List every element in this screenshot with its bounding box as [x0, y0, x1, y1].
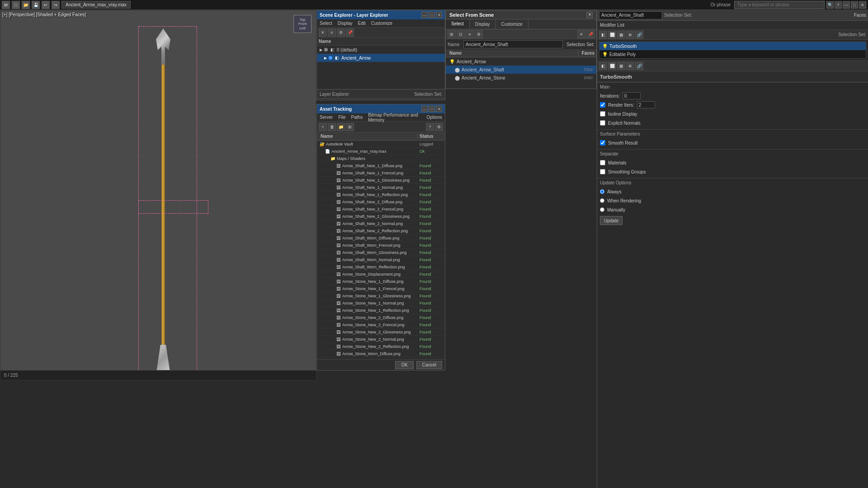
viewport-icon-3[interactable]: ▦ [617, 62, 625, 70]
modifier-item-editable-poly[interactable]: 💡 Editable Poly [599, 50, 866, 58]
asset-row-5[interactable]: 🖼Arrow_Shaft_New_1_Glossiness.png Found [317, 177, 445, 184]
asset-cancel-btn[interactable]: Cancel [416, 361, 442, 369]
tb-filter[interactable]: ≡ [328, 28, 336, 37]
asset-row-2[interactable]: 📁Maps / Shaders [317, 155, 445, 162]
asset-row-18[interactable]: 🖼Arrow_Stone_Displacement.png Found [317, 271, 445, 278]
modifier-item-turbosmooth[interactable]: 💡 TurboSmooth [599, 42, 866, 50]
asset-tb-folder[interactable]: 📁 [337, 123, 345, 131]
app-icon[interactable]: M [2, 1, 10, 9]
tab-select[interactable]: Select [446, 19, 470, 29]
scene-explorer-menu-edit[interactable]: Edit [357, 21, 367, 26]
mod-tb-2[interactable]: ⬜ [608, 31, 616, 39]
smooth-result-checkbox[interactable] [600, 140, 605, 145]
explicit-normals-checkbox[interactable] [600, 120, 605, 126]
search-icon[interactable]: 🔍 [826, 1, 834, 9]
asset-row-28[interactable]: 🖼Arrow_Stone_New_2_Reflection.png Found [317, 343, 445, 350]
always-radio[interactable] [600, 189, 604, 194]
asset-tb-grid[interactable]: ⊞ [346, 123, 354, 131]
mod-tb-4[interactable]: ⊕ [626, 31, 634, 39]
select-tb-3[interactable]: ≡ [466, 30, 474, 38]
asset-tracking-close[interactable]: ✕ [436, 106, 442, 112]
mod-tb-1[interactable]: ◧ [599, 31, 607, 39]
asset-tb-settings[interactable]: ⚙ [435, 123, 443, 131]
asset-row-13[interactable]: 🖼Arrow_Shaft_Worn_Diffuse.png Found [317, 235, 445, 242]
select-scene-close[interactable]: ✕ [586, 12, 593, 18]
search-input[interactable] [734, 1, 825, 9]
asset-row-1[interactable]: 📄Ancient_Arrow_max_vray.max Ok [317, 148, 445, 155]
nav-cube[interactable]: TopFrontLeft [293, 15, 311, 33]
asset-tb-delete[interactable]: 🗑 [328, 123, 336, 131]
open-btn[interactable]: 📂 [22, 1, 30, 9]
mod-tb-3[interactable]: ▦ [617, 31, 625, 39]
scene-explorer-menu-select[interactable]: Select [319, 21, 333, 26]
smoothing-groups-checkbox[interactable] [600, 169, 605, 174]
asset-ok-btn[interactable]: OK [395, 361, 413, 369]
select-item-ancient-arrow-stone[interactable]: ⬤ Ancient_Arrow_Stone 1560 [446, 74, 596, 82]
tb-close[interactable]: ✕ [319, 28, 327, 37]
select-tb-close[interactable]: ✕ [577, 30, 585, 38]
new-btn[interactable]: □ [12, 1, 20, 9]
asset-scroll-area[interactable]: 🔐Autodesk Vault Logged 📄Ancient_Arrow_ma… [317, 141, 445, 357]
scene-explorer-menu-customize[interactable]: Customize [370, 21, 393, 26]
asset-row-10[interactable]: 🖼Arrow_Shaft_New_2_Glossiness.png Found [317, 213, 445, 220]
select-tb-4[interactable]: ⚙ [475, 30, 483, 38]
select-tb-1[interactable]: ⊞ [448, 30, 456, 38]
asset-menu-file[interactable]: File [337, 115, 346, 120]
asset-row-12[interactable]: 🖼Arrow_Shaft_New_2_Reflection.png Found [317, 227, 445, 235]
scene-explorer-close[interactable]: ✕ [436, 12, 442, 18]
viewport-icon-1[interactable]: ◧ [599, 62, 607, 70]
select-tb-pin[interactable]: 📌 [586, 30, 594, 38]
tab-display[interactable]: Display [470, 19, 496, 29]
asset-menu-paths[interactable]: Paths [350, 115, 364, 120]
isoline-checkbox[interactable] [600, 111, 605, 117]
expand-0default[interactable]: ▶ [319, 47, 323, 52]
render-iters-checkbox[interactable] [600, 102, 605, 108]
asset-tb-help[interactable]: ? [426, 123, 434, 131]
asset-row-21[interactable]: 🖼Arrow_Stone_New_1_Glossiness.png Found [317, 292, 445, 300]
help-btn[interactable]: ? [835, 1, 842, 9]
asset-tracking-minimize[interactable]: — [421, 106, 428, 112]
when-rendering-radio[interactable] [600, 198, 604, 203]
tb-pin[interactable]: 📌 [346, 28, 354, 37]
asset-row-9[interactable]: 🖼Arrow_Shaft_New_2_Frencel.png Found [317, 206, 445, 213]
asset-row-0[interactable]: 🔐Autodesk Vault Logged [317, 141, 445, 148]
update-btn[interactable]: Update [600, 216, 623, 225]
asset-row-23[interactable]: 🖼Arrow_Stone_New_1_Reflection.png Found [317, 307, 445, 314]
asset-menu-options[interactable]: Options [426, 115, 443, 120]
expand-ancient-arrow[interactable]: ▶ [323, 56, 328, 60]
viewport-icon-4[interactable]: ⊕ [626, 62, 634, 70]
materials-checkbox[interactable] [600, 160, 605, 165]
select-tb-2[interactable]: ⊡ [457, 30, 465, 38]
asset-row-22[interactable]: 🖼Arrow_Stone_New_1_Normal.png Found [317, 300, 445, 307]
scene-explorer-minimize[interactable]: — [421, 12, 428, 18]
scene-explorer-maximize[interactable]: □ [429, 12, 435, 18]
tree-item-ancient-arrow[interactable]: ▶ ◧ Ancient_Arrow [317, 54, 445, 62]
tab-customize[interactable]: Customize [496, 19, 528, 29]
mod-tb-5[interactable]: 🔗 [635, 31, 643, 39]
select-item-ancient-arrow-shaft[interactable]: ⬤ Ancient_Arrow_Shaft 7314 [446, 66, 596, 74]
asset-row-6[interactable]: 🖼Arrow_Shaft_New_1_Normal.png Found [317, 184, 445, 191]
asset-row-8[interactable]: 🖼Arrow_Shaft_New_2_Diffuse.png Found [317, 198, 445, 206]
asset-row-17[interactable]: 🖼Arrow_Shaft_Worn_Reflection.png Found [317, 263, 445, 271]
asset-row-15[interactable]: 🖼Arrow_Shaft_Worn_Glossiness.png Found [317, 249, 445, 256]
iterations-input[interactable] [623, 92, 641, 99]
redo-btn[interactable]: ↪ [52, 1, 60, 9]
close-btn[interactable]: ✕ [859, 1, 866, 9]
asset-row-24[interactable]: 🖼Arrow_Stone_New_2_Diffuse.png Found [317, 314, 445, 321]
undo-btn[interactable]: ↩ [42, 1, 50, 9]
asset-row-4[interactable]: 🖼Arrow_Shaft_New_1_Frencel.png Found [317, 169, 445, 177]
asset-row-7[interactable]: 🖼Arrow_Shaft_New_1_Reflection.png Found [317, 191, 445, 198]
asset-tb-new[interactable]: + [319, 123, 327, 131]
asset-row-14[interactable]: 🖼Arrow_Shaft_Worn_Frencel.png Found [317, 242, 445, 249]
asset-menu-bitmap[interactable]: Bitmap Performance and Memory [367, 113, 422, 122]
select-item-ancient-arrow[interactable]: 💡 Ancient_Arrow [446, 57, 596, 66]
tree-item-0default[interactable]: ▶ ◧ 0 (default) [317, 46, 445, 54]
asset-row-16[interactable]: 🖼Arrow_Shaft_Worn_Normal.png Found [317, 256, 445, 263]
asset-row-26[interactable]: 🖼Arrow_Stone_New_2_Glossiness.png Found [317, 328, 445, 336]
minimize-btn[interactable]: — [843, 1, 850, 9]
manually-radio[interactable] [600, 207, 604, 212]
asset-row-25[interactable]: 🖼Arrow_Stone_New_2_Frencel.png Found [317, 321, 445, 328]
object-name-input[interactable] [599, 11, 662, 19]
tb-settings[interactable]: ⚙ [337, 28, 345, 37]
maximize-btn[interactable]: □ [851, 1, 858, 9]
